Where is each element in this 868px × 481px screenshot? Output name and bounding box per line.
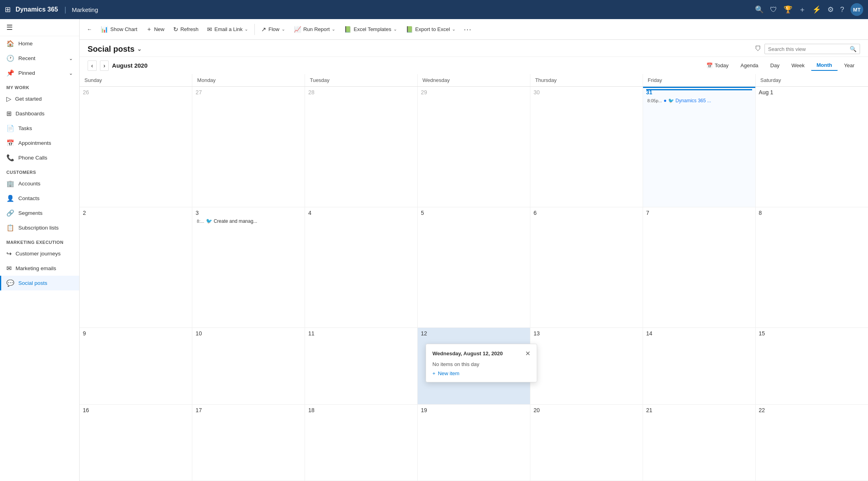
cal-cell-17[interactable]: 17	[192, 404, 305, 481]
cal-cell-15[interactable]: 15	[755, 328, 868, 404]
cal-cell-10[interactable]: 10	[192, 328, 305, 404]
day-num-30: 30	[534, 89, 639, 95]
tasks-icon: 📄	[6, 125, 14, 132]
popup-new-item[interactable]: + New item	[432, 370, 530, 376]
help-icon[interactable]: ?	[840, 6, 844, 14]
cal-cell-4[interactable]: 4	[305, 207, 418, 328]
cal-event-3-1[interactable]: 8:... 🐦 Create and manag...	[195, 218, 301, 224]
user-avatar[interactable]: MT	[850, 3, 863, 16]
cal-cell-14[interactable]: 14	[643, 328, 755, 404]
sidebar-item-segments[interactable]: 🔗 Segments	[0, 206, 79, 220]
cal-cell-3[interactable]: 3 8:... 🐦 Create and manag...	[192, 207, 305, 328]
brand-label: Dynamics 365	[16, 6, 58, 13]
add-icon[interactable]: ＋	[799, 5, 806, 14]
cal-cell-12[interactable]: 12 Wednesday, August 12, 2020 ✕ No items…	[418, 328, 530, 404]
sidebar-item-pinned[interactable]: 📌 Pinned ⌄	[0, 66, 79, 80]
cal-cell-13[interactable]: 13	[530, 328, 643, 404]
show-chart-button[interactable]: 📊 Show Chart	[97, 23, 141, 35]
cal-cell-27[interactable]: 27	[192, 87, 305, 207]
year-view-button[interactable]: Year	[839, 60, 860, 70]
sidebar-item-home[interactable]: 🏠 Home	[0, 36, 79, 51]
cal-cell-6[interactable]: 6	[530, 207, 643, 328]
cal-event-31-1[interactable]: 8:05p... ● 🐦 Dynamics 365 ...	[646, 97, 752, 104]
sidebar-item-subscription-lists[interactable]: 📋 Subscription lists	[0, 220, 79, 235]
cal-cell-19[interactable]: 19	[418, 404, 530, 481]
new-button[interactable]: ＋ New	[142, 23, 168, 35]
dashboards-icon: ⊞	[6, 110, 12, 117]
sidebar-item-subscription-lists-label: Subscription lists	[18, 225, 59, 231]
view-title[interactable]: Social posts ⌄	[88, 45, 142, 54]
cal-cell-5[interactable]: 5	[418, 207, 530, 328]
cal-cell-29[interactable]: 29	[418, 87, 530, 207]
sidebar-item-get-started-label: Get started	[15, 96, 42, 102]
day-num-21: 21	[646, 407, 752, 413]
trophy-icon[interactable]: 🏆	[784, 5, 792, 14]
day-num-14: 14	[646, 330, 752, 337]
email-link-caret: ⌄	[244, 27, 248, 32]
sidebar-item-phone-calls[interactable]: 📞 Phone Calls	[0, 150, 79, 165]
sidebar-item-social-posts[interactable]: 💬 Social posts	[0, 276, 79, 290]
calendar-next-button[interactable]: ›	[100, 60, 109, 71]
back-button[interactable]: ←	[83, 24, 96, 35]
day-num-6: 6	[534, 210, 639, 216]
cal-cell-7[interactable]: 7	[643, 207, 755, 328]
cal-cell-9[interactable]: 9	[80, 328, 192, 404]
grid-icon[interactable]: ⊞	[5, 5, 11, 14]
search-icon[interactable]: 🔍	[755, 5, 764, 14]
settings-icon[interactable]: ⚙	[827, 5, 834, 14]
cal-cell-28[interactable]: 28	[305, 87, 418, 207]
view-filter-icon[interactable]: ⛉	[755, 45, 761, 53]
sidebar-item-contacts[interactable]: 👤 Contacts	[0, 191, 79, 206]
cal-cell-20[interactable]: 20	[530, 404, 643, 481]
refresh-button[interactable]: ↻ Refresh	[169, 23, 203, 35]
search-input[interactable]	[768, 46, 847, 52]
day-view-button[interactable]: Day	[765, 60, 785, 70]
sidebar-item-customer-journeys[interactable]: ↪ Customer journeys	[0, 246, 79, 261]
app-label: Marketing	[72, 6, 98, 13]
cal-cell-31[interactable]: 31 8:05p... ● 🐦 Dynamics 365 ...	[643, 87, 755, 207]
sidebar-item-recent[interactable]: 🕐 Recent ⌄	[0, 51, 79, 66]
popup-close-button[interactable]: ✕	[525, 350, 530, 357]
contacts-icon: 👤	[6, 195, 14, 202]
cal-cell-aug1[interactable]: Aug 1	[755, 87, 868, 207]
email-link-button[interactable]: ✉ Email a Link ⌄	[203, 23, 252, 35]
sidebar-item-get-started[interactable]: ▷ Get started	[0, 92, 79, 106]
sidebar-collapse-button[interactable]: ☰	[0, 19, 79, 36]
sidebar-item-marketing-emails[interactable]: ✉ Marketing emails	[0, 261, 79, 276]
sidebar-item-accounts[interactable]: 🏢 Accounts	[0, 176, 79, 191]
cal-cell-30[interactable]: 30	[530, 87, 643, 207]
cal-cell-11[interactable]: 11	[305, 328, 418, 404]
run-report-button[interactable]: 📈 Run Report ⌄	[290, 23, 339, 35]
sidebar-item-appointments[interactable]: 📅 Appointments	[0, 136, 79, 150]
toolbar-more-button[interactable]: ⋯	[460, 23, 475, 36]
agenda-view-button[interactable]: Agenda	[735, 60, 764, 70]
filter-icon[interactable]: ⚡	[812, 5, 821, 14]
cal-cell-26[interactable]: 26	[80, 87, 192, 207]
calendar-grid: Sunday Monday Tuesday Wednesday Thursday…	[80, 74, 868, 481]
day-num-29: 29	[421, 89, 527, 95]
customer-journeys-icon: ↪	[6, 250, 12, 257]
shield-icon[interactable]: 🛡	[770, 6, 777, 14]
week-view-button[interactable]: Week	[786, 60, 810, 70]
day-num-17: 17	[195, 407, 301, 413]
today-button[interactable]: 📅 Today	[701, 60, 734, 70]
sidebar-item-segments-label: Segments	[18, 210, 43, 216]
sidebar-item-dashboards[interactable]: ⊞ Dashboards	[0, 106, 79, 121]
month-view-button[interactable]: Month	[811, 60, 838, 71]
cal-cell-16[interactable]: 16	[80, 404, 192, 481]
cal-cell-2[interactable]: 2	[80, 207, 192, 328]
popup-plus-icon: +	[432, 370, 436, 376]
day-num-12: 12	[421, 330, 527, 337]
sidebar-item-dashboards-label: Dashboards	[16, 111, 45, 117]
cal-cell-22[interactable]: 22	[755, 404, 868, 481]
cal-cell-8[interactable]: 8	[755, 207, 868, 328]
sidebar-item-pinned-label: Pinned	[18, 70, 35, 76]
cal-cell-18[interactable]: 18	[305, 404, 418, 481]
excel-templates-button[interactable]: 📗 Excel Templates ⌄	[340, 23, 401, 35]
calendar-prev-button[interactable]: ‹	[88, 60, 97, 71]
sidebar-item-tasks[interactable]: 📄 Tasks	[0, 121, 79, 136]
flow-button[interactable]: ↗ Flow ⌄	[257, 23, 289, 35]
cal-cell-21[interactable]: 21	[643, 404, 755, 481]
export-excel-button[interactable]: 📗 Export to Excel ⌄	[402, 23, 459, 35]
sidebar-item-appointments-label: Appointments	[18, 140, 51, 146]
